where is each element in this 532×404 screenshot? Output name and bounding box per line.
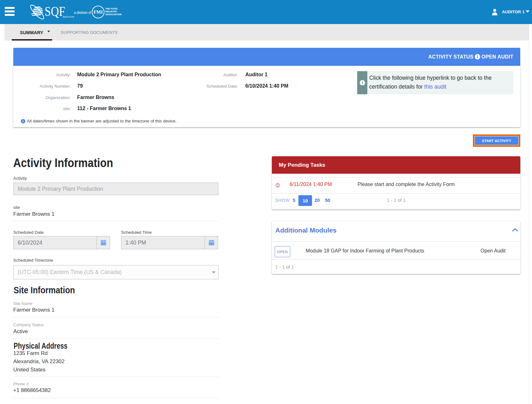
svg-text:a division of: a division of [74,10,91,15]
svg-text:ASSOCIATION: ASSOCIATION [105,13,122,16]
svg-text:FMI: FMI [94,9,103,15]
svg-text:INSTITUTE: INSTITUTE [63,16,74,18]
svg-text:THE FOOD: THE FOOD [105,7,118,10]
svg-text:SQF: SQF [45,4,65,19]
svg-text:INDUSTRY: INDUSTRY [105,10,117,13]
